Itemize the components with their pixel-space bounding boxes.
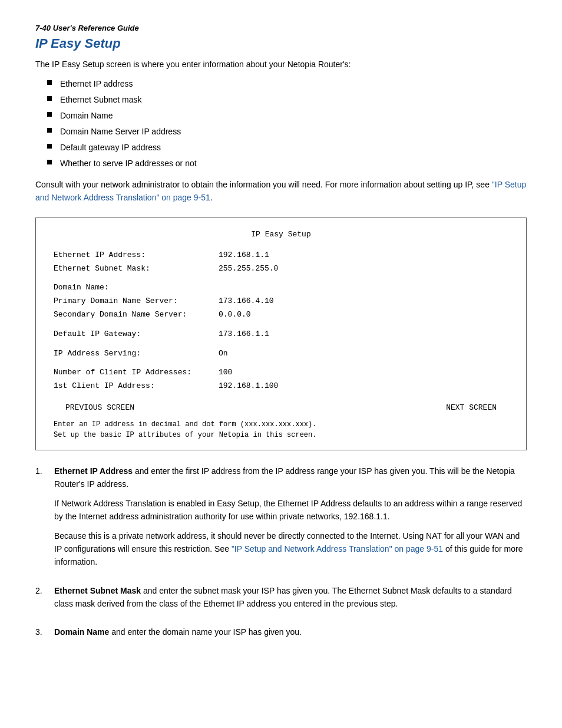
- screen-row: Secondary Domain Name Server:0.0.0.0: [54, 309, 508, 321]
- screen-row-value: 173.166.4.10: [219, 295, 508, 308]
- screen-row-label: Primary Domain Name Server:: [54, 295, 219, 308]
- screen-row-value: On: [219, 348, 508, 360]
- next-screen-btn[interactable]: NEXT SCREEN: [446, 403, 497, 412]
- bullet-item: Ethernet Subnet mask: [47, 94, 527, 106]
- page-reference: 7-40 User's Reference Guide: [35, 24, 527, 32]
- numbered-item: Ethernet IP Address and enter the first …: [35, 465, 527, 575]
- bullet-item: Whether to serve IP addresses or not: [47, 157, 527, 170]
- bullet-list: Ethernet IP addressEthernet Subnet maskD…: [47, 78, 527, 170]
- screen-row-value: 0.0.0.0: [219, 309, 508, 321]
- screen-row: 1st Client IP Address:192.168.1.100: [54, 380, 508, 393]
- intro-text: The IP Easy Setup screen is where you en…: [35, 58, 527, 71]
- screen-row-value: 192.168.1.100: [219, 380, 508, 393]
- bullet-item: Ethernet IP address: [47, 78, 527, 90]
- screen-row-label: Ethernet IP Address:: [54, 249, 219, 262]
- screen-row: Number of Client IP Addresses:100: [54, 367, 508, 379]
- screen-row: Primary Domain Name Server:173.166.4.10: [54, 295, 508, 308]
- bullet-icon: [47, 160, 52, 164]
- screen-row-label: Secondary Domain Name Server:: [54, 309, 219, 321]
- screen-box: IP Easy Setup Ethernet IP Address:192.16…: [35, 218, 527, 450]
- numbered-item: Ethernet Subnet Mask and enter the subne…: [35, 584, 527, 617]
- bullet-icon: [47, 80, 52, 85]
- bullet-item: Domain Name Server IP address: [47, 126, 527, 138]
- screen-row-value: 173.166.1.1: [219, 328, 508, 341]
- item-link[interactable]: "IP Setup and Network Address Translatio…: [232, 544, 443, 554]
- bullet-item: Domain Name: [47, 110, 527, 122]
- screen-row: Ethernet Subnet Mask:255.255.255.0: [54, 263, 508, 275]
- screen-row: IP Address Serving:On: [54, 348, 508, 360]
- screen-row: Default IP Gateway:173.166.1.1: [54, 328, 508, 341]
- numbered-item: Domain Name and enter the domain name yo…: [35, 625, 527, 644]
- numbered-list: Ethernet IP Address and enter the first …: [35, 465, 527, 645]
- screen-row-label: Number of Client IP Addresses:: [54, 367, 219, 379]
- screen-row-label: Domain Name:: [54, 282, 219, 294]
- item-bold-label: Domain Name: [54, 627, 109, 637]
- section-title: IP Easy Setup: [35, 36, 527, 51]
- bullet-icon: [47, 144, 52, 149]
- screen-row-label: IP Address Serving:: [54, 348, 219, 360]
- screen-rows: Ethernet IP Address:192.168.1.1Ethernet …: [54, 249, 508, 393]
- bullet-item: Default gateway IP address: [47, 141, 527, 154]
- screen-row: Ethernet IP Address:192.168.1.1: [54, 249, 508, 262]
- screen-row-value: 100: [219, 367, 508, 379]
- bullet-icon: [47, 96, 52, 101]
- screen-title: IP Easy Setup: [54, 230, 508, 239]
- bullet-icon: [47, 112, 52, 117]
- screen-help: Enter an IP address in decimal and dot f…: [54, 419, 508, 440]
- screen-row: Domain Name:: [54, 282, 508, 294]
- item-bold-label: Ethernet Subnet Mask: [54, 586, 141, 595]
- consult-text: Consult with your network administrator …: [35, 178, 527, 205]
- prev-screen-btn[interactable]: PREVIOUS SCREEN: [65, 403, 134, 412]
- screen-row-label: Default IP Gateway:: [54, 328, 219, 341]
- screen-row-label: 1st Client IP Address:: [54, 380, 219, 393]
- screen-row-label: Ethernet Subnet Mask:: [54, 263, 219, 275]
- screen-row-value: 255.255.255.0: [219, 263, 508, 275]
- screen-row-value: [219, 282, 508, 294]
- screen-row-value: 192.168.1.1: [219, 249, 508, 262]
- bullet-icon: [47, 128, 52, 133]
- item-bold-label: Ethernet IP Address: [54, 466, 133, 476]
- screen-nav: PREVIOUS SCREEN NEXT SCREEN: [54, 403, 508, 412]
